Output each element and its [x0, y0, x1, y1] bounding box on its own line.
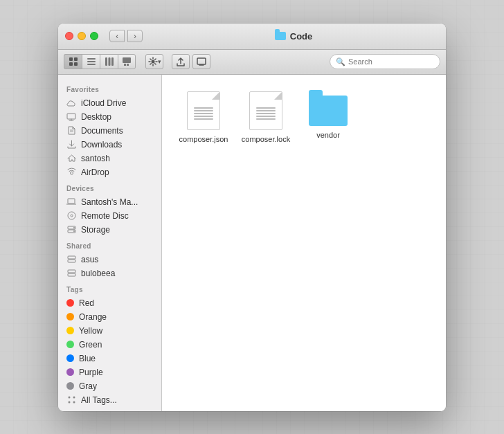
airdrop-icon — [66, 168, 76, 177]
svg-point-18 — [70, 172, 73, 174]
doc-line — [256, 113, 276, 114]
back-button[interactable]: ‹ — [109, 30, 125, 42]
tag-dot-purple — [66, 368, 74, 376]
sidebar-item-santosh[interactable]: santosh — [58, 152, 161, 165]
search-input[interactable] — [348, 57, 434, 66]
file-item-vendor[interactable]: vendor — [300, 89, 356, 147]
documents-icon — [66, 126, 76, 136]
sidebar-item-remote-disc[interactable]: Remote Disc — [58, 209, 161, 223]
sidebar-item-tag-purple[interactable]: Purple — [58, 365, 161, 379]
sidebar-label-remote-disc: Remote Disc — [81, 211, 129, 221]
laptop-icon — [66, 197, 76, 207]
sidebar-label-tag-red: Red — [79, 298, 94, 308]
sidebar-item-storage[interactable]: Storage — [58, 223, 161, 237]
disc-icon — [66, 211, 76, 221]
sidebar-item-icloud-drive[interactable]: iCloud Drive — [58, 96, 161, 110]
svg-rect-11 — [124, 64, 126, 66]
traffic-lights — [65, 32, 98, 40]
file-icon-composer-lock — [249, 91, 282, 130]
minimize-button[interactable] — [78, 32, 86, 40]
sidebar-label-airdrop: AirDrop — [81, 168, 109, 177]
sidebar-label-tag-orange: Orange — [79, 312, 107, 322]
tag-dot-green — [66, 341, 74, 348]
sidebar-item-tag-yellow[interactable]: Yellow — [58, 324, 161, 338]
sidebar-item-downloads[interactable]: Downloads — [58, 138, 161, 152]
sidebar-item-tag-green[interactable]: Green — [58, 338, 161, 352]
sidebar-item-santosh-mac[interactable]: Santosh's Ma... — [58, 195, 161, 209]
svg-rect-8 — [108, 57, 110, 66]
doc-line — [256, 118, 276, 120]
view-cover-button[interactable] — [118, 54, 136, 69]
view-icon-button[interactable] — [64, 54, 82, 69]
svg-rect-28 — [68, 270, 75, 273]
svg-rect-6 — [87, 64, 96, 65]
nav-buttons: ‹ › — [109, 30, 143, 42]
sidebar: Favorites iCloud Drive — [58, 75, 162, 411]
view-columns-button[interactable] — [100, 54, 118, 69]
shared-icon-asus — [66, 255, 76, 264]
svg-rect-1 — [74, 57, 78, 61]
doc-line — [194, 118, 213, 120]
file-item-composer-lock[interactable]: composer.lock — [238, 89, 294, 147]
desktop-icon — [66, 112, 76, 122]
sidebar-item-tag-gray[interactable]: Gray — [58, 379, 161, 393]
doc-line — [194, 113, 213, 114]
action-button[interactable]: ▾ — [145, 54, 163, 69]
tag-dot-red — [66, 299, 74, 307]
sidebar-label-tag-green: Green — [79, 340, 102, 350]
svg-rect-29 — [68, 273, 75, 276]
downloads-icon — [66, 140, 76, 150]
svg-point-20 — [68, 212, 75, 219]
sidebar-section-devices: Devices — [58, 179, 161, 195]
titlebar: ‹ › Code — [58, 24, 446, 50]
svg-point-33 — [73, 401, 75, 404]
svg-rect-12 — [127, 64, 129, 66]
sidebar-label-santosh-mac: Santosh's Ma... — [81, 197, 138, 207]
sidebar-label-santosh: santosh — [81, 154, 110, 163]
toolbar: ▾ 🔍 — [58, 50, 446, 75]
sidebar-section-favorites: Favorites — [58, 80, 161, 96]
view-list-button[interactable] — [82, 54, 100, 69]
sidebar-label-bulobeea: bulobeea — [81, 269, 115, 278]
sidebar-item-tag-all[interactable]: All Tags... — [58, 393, 161, 407]
maximize-button[interactable] — [90, 32, 98, 40]
sidebar-label-storage: Storage — [81, 225, 110, 235]
file-name-composer-lock: composer.lock — [242, 134, 290, 144]
search-box[interactable]: 🔍 — [330, 54, 440, 69]
sidebar-section-tags: Tags — [58, 280, 161, 296]
file-area: composer.json composer.lock — [162, 75, 446, 411]
sidebar-item-asus[interactable]: asus — [58, 253, 161, 266]
share-button[interactable] — [172, 54, 190, 69]
sidebar-label-downloads: Downloads — [81, 140, 122, 150]
svg-point-21 — [71, 215, 73, 217]
forward-button[interactable]: › — [127, 30, 143, 42]
cloud-icon — [66, 98, 76, 108]
svg-point-24 — [73, 227, 75, 228]
sidebar-item-bulobeea[interactable]: bulobeea — [58, 266, 161, 280]
doc-line — [256, 116, 276, 117]
sidebar-label-desktop: Desktop — [81, 112, 111, 122]
svg-rect-7 — [105, 57, 107, 66]
screen-button[interactable] — [192, 54, 210, 69]
doc-line — [194, 110, 213, 111]
sidebar-item-tag-blue[interactable]: Blue — [58, 352, 161, 365]
file-name-composer-json: composer.json — [179, 134, 228, 144]
svg-rect-26 — [68, 256, 75, 259]
sidebar-item-tag-red[interactable]: Red — [58, 296, 161, 310]
file-item-composer-json[interactable]: composer.json — [176, 89, 231, 147]
sidebar-item-documents[interactable]: Documents — [58, 124, 161, 138]
doc-lines — [194, 107, 213, 120]
tag-dot-orange — [66, 313, 74, 320]
file-icon-composer-json — [187, 91, 220, 130]
sidebar-item-desktop[interactable]: Desktop — [58, 110, 161, 124]
svg-rect-15 — [67, 114, 75, 119]
svg-rect-4 — [87, 58, 96, 60]
window-title: Code — [148, 31, 439, 42]
sidebar-label-tag-blue: Blue — [79, 354, 96, 363]
sidebar-item-tag-orange[interactable]: Orange — [58, 310, 161, 324]
sidebar-label-tag-yellow: Yellow — [79, 326, 102, 336]
close-button[interactable] — [65, 32, 73, 40]
sidebar-section-shared: Shared — [58, 237, 161, 253]
sidebar-item-airdrop[interactable]: AirDrop — [58, 165, 161, 179]
storage-icon — [66, 225, 76, 235]
